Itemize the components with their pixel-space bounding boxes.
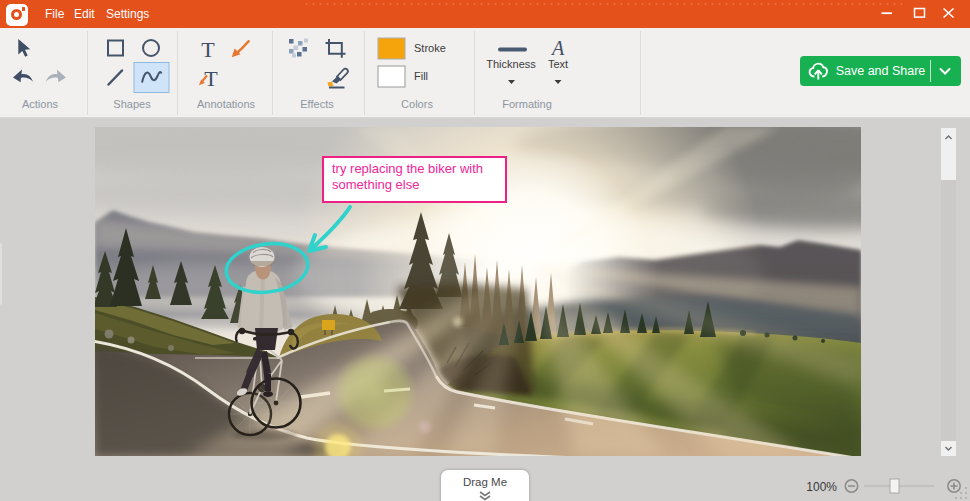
- svg-text:T: T: [201, 37, 215, 62]
- svg-text:A: A: [550, 37, 565, 59]
- svg-text:T: T: [204, 66, 218, 91]
